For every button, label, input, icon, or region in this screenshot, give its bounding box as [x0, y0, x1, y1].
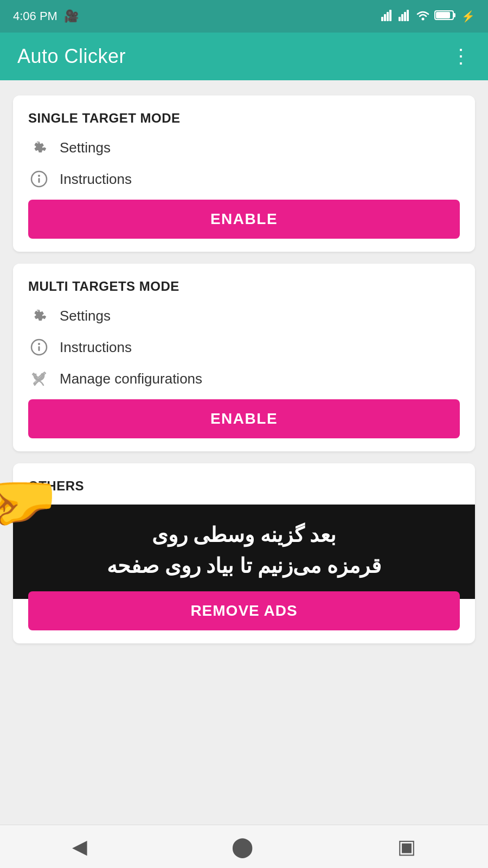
single-target-card: SINGLE TARGET MODE Settings Instructions…: [13, 95, 475, 252]
multi-settings-icon: [28, 305, 50, 327]
app-bar: Auto Clicker ⋮: [0, 33, 488, 80]
svg-rect-4: [399, 17, 401, 21]
single-settings-label: Settings: [60, 139, 111, 156]
wifi-icon: [416, 9, 430, 24]
svg-rect-2: [387, 12, 389, 21]
overlay-line2: قرمزه می‌زنیم تا بیاد روی صفحه: [26, 551, 462, 582]
single-enable-button[interactable]: ENABLE: [28, 200, 460, 239]
status-bar: 4:06 PM 🎥: [0, 0, 488, 33]
status-bar-right: ⚡: [381, 9, 475, 24]
svg-point-8: [422, 17, 425, 20]
single-instructions-item[interactable]: Instructions: [28, 168, 460, 190]
svg-rect-10: [453, 13, 455, 17]
app-title: Auto Clicker: [17, 45, 126, 68]
camera-icon: 🎥: [64, 9, 79, 23]
remove-ads-button[interactable]: REMOVE ADS: [28, 591, 460, 630]
svg-rect-5: [401, 14, 403, 21]
svg-rect-0: [381, 17, 383, 21]
single-instructions-icon: [28, 168, 50, 190]
others-card: OTHERS بعد گزینه وسطی روی قرمزه می‌زنیم …: [13, 463, 475, 643]
svg-rect-7: [407, 10, 409, 21]
manage-config-label: Manage configurations: [60, 371, 202, 387]
battery-icon: [434, 9, 457, 24]
time-display: 4:06 PM: [13, 9, 57, 23]
single-settings-item[interactable]: Settings: [28, 137, 460, 158]
signal-icon-2: [399, 9, 412, 24]
svg-rect-11: [436, 12, 450, 18]
svg-rect-1: [384, 14, 386, 21]
back-button[interactable]: ◀: [72, 835, 87, 858]
multi-targets-card: MULTI TARGETS MODE Settings Instructions: [13, 264, 475, 451]
multi-instructions-label: Instructions: [60, 339, 132, 356]
nav-bar: ◀ ⬤ ▣: [0, 825, 488, 868]
single-target-title: SINGLE TARGET MODE: [28, 111, 460, 126]
charging-icon: ⚡: [461, 10, 475, 23]
multi-instructions-item[interactable]: Instructions: [28, 336, 460, 358]
others-title: OTHERS: [28, 478, 460, 494]
home-button[interactable]: ⬤: [232, 835, 253, 858]
svg-rect-16: [38, 346, 40, 351]
hand-pointing-emoji: 🤜: [0, 467, 58, 537]
multi-settings-item[interactable]: Settings: [28, 305, 460, 327]
multi-settings-label: Settings: [60, 308, 111, 324]
svg-rect-3: [389, 10, 391, 21]
manage-config-item[interactable]: Manage configurations: [28, 368, 460, 390]
signal-icon-1: [381, 9, 394, 24]
svg-rect-13: [38, 178, 40, 183]
overlay-box: بعد گزینه وسطی روی قرمزه می‌زنیم تا بیاد…: [13, 505, 475, 599]
manage-config-icon: [28, 368, 50, 390]
multi-enable-button[interactable]: ENABLE: [28, 399, 460, 438]
overlay-line1: بعد گزینه وسطی روی: [26, 520, 462, 551]
status-bar-left: 4:06 PM 🎥: [13, 9, 79, 23]
single-instructions-label: Instructions: [60, 171, 132, 188]
single-settings-icon: [28, 137, 50, 158]
multi-targets-title: MULTI TARGETS MODE: [28, 279, 460, 294]
menu-icon[interactable]: ⋮: [451, 45, 471, 68]
main-content: SINGLE TARGET MODE Settings Instructions…: [0, 80, 488, 825]
multi-instructions-icon: [28, 336, 50, 358]
svg-point-18: [34, 382, 36, 385]
svg-rect-6: [404, 12, 406, 21]
svg-point-17: [38, 343, 40, 345]
svg-point-14: [38, 175, 40, 177]
recents-button[interactable]: ▣: [397, 835, 416, 858]
